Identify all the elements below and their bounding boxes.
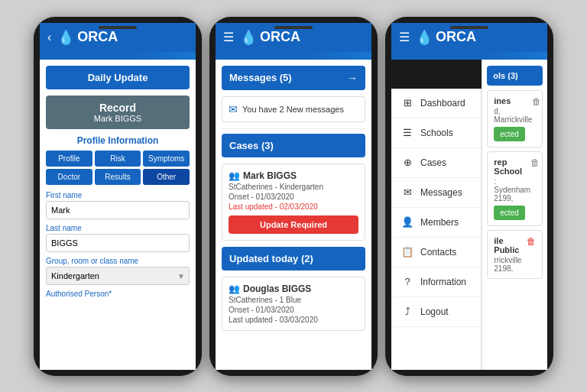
phone1-content: Daily Update Record Mark BIGGS Profile I…	[40, 60, 196, 370]
tab-other[interactable]: Other	[143, 169, 190, 185]
group-select[interactable]: Kindergarten	[46, 267, 190, 285]
messages-arrow-icon: →	[347, 72, 358, 84]
header-strip-2	[216, 52, 371, 60]
case1-name: 👥 Mark BIGGS	[229, 170, 358, 181]
phone-1: ‹ 💧 ORCA Daily Update Record Mark BIGGS …	[34, 17, 202, 376]
school-card-1: ines d, Marrickville ected 🗑	[487, 90, 543, 147]
tab-doctor[interactable]: Doctor	[46, 169, 92, 185]
phone-2: ☰ 💧 ORCA Messages (5) → ✉ You have 2 New…	[209, 17, 378, 376]
phone3-header: ☰ 💧 ORCA	[391, 23, 547, 52]
header-strip-3	[391, 52, 547, 60]
case2-sub: StCatherines - 1 Blue	[229, 296, 358, 304]
back-button[interactable]: ‹	[47, 31, 51, 44]
school1-name: ines	[494, 96, 532, 105]
cases-header[interactable]: Cases (3)	[222, 134, 365, 157]
logo-drop-icon-2: 💧	[240, 29, 257, 46]
messages-icon: ✉	[401, 186, 414, 199]
tab-risk[interactable]: Risk	[95, 151, 141, 167]
case2-last-updated: Last updated - 03/03/2020	[229, 316, 358, 324]
school3-sub: rrickville 2198,	[494, 256, 527, 273]
trash-icon-2[interactable]: 🗑	[530, 157, 540, 168]
phone1-header: ‹ 💧 ORCA	[40, 23, 196, 52]
record-name: Mark BIGGS	[52, 114, 183, 123]
menu-button-3[interactable]: ☰	[399, 30, 410, 44]
tab-row-1: Profile Risk Symptoms	[46, 151, 190, 167]
people-icon-2: 👥	[229, 283, 240, 294]
first-name-input[interactable]	[46, 201, 190, 219]
dashboard-icon: ⊞	[401, 96, 414, 110]
information-icon: ?	[401, 275, 414, 289]
group-select-wrap: Kindergarten ▼	[46, 267, 190, 285]
phone2-logo: 💧 ORCA	[240, 29, 300, 46]
phone3-logo: 💧 ORCA	[416, 29, 476, 46]
profile-info-title: Profile Information	[46, 135, 190, 146]
tab-symptoms[interactable]: Symptoms	[143, 151, 190, 167]
logo-drop-icon: 💧	[57, 29, 74, 46]
school1-info: ines d, Marrickville ected	[494, 96, 532, 141]
school2-connected-btn[interactable]: ected	[494, 206, 524, 220]
message-text: You have 2 New messages	[242, 105, 344, 114]
menu-item-dashboard[interactable]: ⊞ Dashboard	[391, 89, 481, 118]
phone-3: ☰ 💧 ORCA ⊞ Dashboard ☰ Schools	[385, 17, 553, 376]
record-label: Record	[52, 102, 183, 114]
authorised-label: Authorised Person*	[46, 290, 190, 298]
divider-1	[222, 128, 365, 129]
tab-row-2: Doctor Results Other	[46, 169, 190, 185]
trash-icon-1[interactable]: 🗑	[532, 96, 541, 107]
menu-item-schools[interactable]: ☰ Schools	[391, 118, 481, 148]
schools-icon: ☰	[401, 126, 414, 140]
updated-today-header: Updated today (2)	[222, 247, 365, 271]
people-icon-1: 👥	[229, 170, 240, 181]
tab-profile[interactable]: Profile	[46, 151, 92, 167]
message-icon: ✉	[229, 103, 238, 115]
tab-results[interactable]: Results	[95, 169, 141, 185]
case2-onset: Onset - 01/03/2020	[229, 306, 358, 314]
schools-header-partial: ols (3)	[487, 66, 543, 86]
school2-info: rep School : Sydenham 2199, ected	[494, 157, 530, 220]
messages-header[interactable]: Messages (5) →	[222, 66, 365, 90]
phone2-header: ☰ 💧 ORCA	[216, 23, 371, 52]
menu-item-information[interactable]: ? Information	[391, 267, 481, 297]
case1-onset: Onset - 01/03/2020	[229, 193, 358, 201]
daily-update-button[interactable]: Daily Update	[46, 66, 190, 89]
members-icon: 👤	[401, 215, 414, 229]
menu-button-2[interactable]: ☰	[223, 30, 234, 44]
school1-sub: d, Marrickville	[494, 107, 532, 124]
case-card-1: 👥 Mark BIGGS StCatherines - Kindergarten…	[222, 164, 365, 241]
group-label: Group, room or class name	[46, 257, 190, 265]
trash-icon-3[interactable]: 🗑	[527, 236, 536, 247]
school-card-3: ile Public rrickville 2198, 🗑	[487, 230, 543, 279]
contacts-icon: 📋	[401, 245, 414, 259]
first-name-label: First name	[46, 191, 190, 199]
case1-sub: StCatherines - Kindergarten	[229, 183, 358, 191]
last-name-label: Last name	[46, 224, 190, 232]
school3-name: ile Public	[494, 236, 527, 254]
header-strip	[40, 52, 196, 60]
phone1-logo: 💧 ORCA	[57, 29, 118, 46]
phone2-content: Messages (5) → ✉ You have 2 New messages…	[216, 60, 371, 370]
menu-item-logout[interactable]: ⤴ Logout	[391, 297, 481, 327]
menu-item-contacts[interactable]: 📋 Contacts	[391, 238, 481, 267]
school-card-2: rep School : Sydenham 2199, ected 🗑	[487, 151, 543, 226]
school2-sub: : Sydenham 2199,	[494, 177, 530, 202]
case2-name: 👥 Douglas BIGGS	[229, 283, 358, 294]
scene: ‹ 💧 ORCA Daily Update Record Mark BIGGS …	[0, 0, 587, 392]
case1-last-updated: Last updated - 02/03/2020	[229, 202, 358, 211]
school3-info: ile Public rrickville 2198,	[494, 236, 527, 273]
record-box: Record Mark BIGGS	[46, 96, 190, 129]
logout-icon: ⤴	[401, 305, 414, 319]
nav-menu: ⊞ Dashboard ☰ Schools ⊕ Cases ✉ Messages	[391, 89, 482, 370]
cases-icon: ⊕	[401, 156, 414, 170]
school2-name: rep School	[494, 157, 530, 176]
case-card-2: 👥 Douglas BIGGS StCatherines - 1 Blue On…	[222, 277, 365, 331]
menu-item-members[interactable]: 👤 Members	[391, 208, 481, 238]
school1-connected-btn[interactable]: ected	[494, 127, 524, 141]
logo-drop-icon-3: 💧	[416, 29, 433, 46]
menu-item-cases[interactable]: ⊕ Cases	[391, 148, 481, 178]
last-name-input[interactable]	[46, 234, 190, 252]
menu-item-messages[interactable]: ✉ Messages	[391, 178, 481, 208]
partial-right-content: ols (3) ines d, Marrickville ected 🗑	[482, 60, 547, 370]
update-required-button[interactable]: Update Required	[229, 215, 358, 234]
message-box: ✉ You have 2 New messages	[222, 96, 365, 122]
